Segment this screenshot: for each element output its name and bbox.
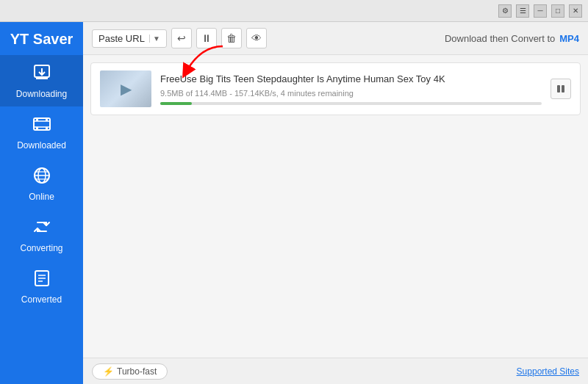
- thumbnail-inner: ▶: [100, 70, 151, 107]
- menu-icon[interactable]: ☰: [516, 4, 529, 18]
- sidebar-label-converting: Converting: [20, 243, 62, 253]
- sidebar-label-online: Online: [29, 192, 54, 202]
- svg-rect-8: [36, 127, 38, 129]
- paste-url-label: Paste URL: [98, 33, 145, 44]
- sidebar-label-converted: Converted: [21, 294, 62, 305]
- sidebar-item-online[interactable]: Online: [0, 158, 83, 209]
- item-pause-button[interactable]: [551, 79, 571, 99]
- title-bar-controls: ⚙ ☰ ─ □ ✕: [498, 4, 582, 18]
- svg-rect-7: [46, 119, 48, 121]
- bottom-bar: ⚡ Turbo-fast Supported Sites: [83, 358, 588, 384]
- svg-rect-6: [36, 119, 38, 121]
- maximize-icon[interactable]: □: [551, 4, 564, 18]
- toolbar-left: Paste URL ▼ ↩ ⏸ 🗑 👁: [92, 28, 267, 48]
- download-meta: 9.5MB of 114.4MB - 157.14KB/s, 4 minutes…: [160, 89, 542, 98]
- sidebar-item-converted[interactable]: Converted: [0, 261, 83, 312]
- turbo-icon: ⚡: [103, 366, 114, 377]
- sidebar-label-downloaded: Downloaded: [17, 140, 66, 151]
- settings-icon[interactable]: ⚙: [498, 4, 512, 18]
- preview-button[interactable]: 👁: [246, 28, 267, 48]
- thumbnail: ▶: [100, 70, 151, 107]
- app-title: YT Saver: [0, 22, 83, 55]
- turbo-label: Turbo-fast: [117, 366, 157, 377]
- turbo-button[interactable]: ⚡ Turbo-fast: [92, 363, 168, 380]
- download-convert-text: Download then Convert to: [445, 33, 555, 44]
- close-icon[interactable]: ✕: [569, 4, 582, 18]
- progress-bar-fill: [160, 102, 192, 105]
- sidebar-item-downloading[interactable]: Downloading: [0, 55, 83, 106]
- download-icon: [32, 62, 52, 86]
- app-layout: YT Saver Downloading: [0, 22, 588, 384]
- dropdown-arrow-icon: ▼: [149, 35, 160, 43]
- sidebar-item-converting[interactable]: Converting: [0, 209, 83, 261]
- minimize-icon[interactable]: ─: [534, 4, 547, 18]
- supported-sites-link[interactable]: Supported Sites: [517, 366, 579, 377]
- toolbar: Paste URL ▼ ↩ ⏸ 🗑 👁: [83, 22, 588, 55]
- progress-bar-container: [160, 102, 542, 105]
- download-info: FreeUse Big Tits Teen Stepdaughter Is An…: [160, 73, 542, 105]
- convert-icon: [32, 217, 52, 240]
- download-title: FreeUse Big Tits Teen Stepdaughter Is An…: [160, 73, 542, 84]
- paste-url-button[interactable]: Paste URL ▼: [92, 29, 167, 48]
- svg-rect-20: [562, 85, 564, 93]
- download-list: ▶ FreeUse Big Tits Teen Stepdaughter Is …: [83, 55, 588, 358]
- sidebar-item-downloaded[interactable]: Downloaded: [0, 106, 83, 158]
- converted-icon: [32, 268, 52, 291]
- thumbnail-icon: ▶: [121, 80, 132, 98]
- delete-button[interactable]: 🗑: [221, 28, 242, 48]
- sidebar: YT Saver Downloading: [0, 22, 83, 384]
- download-item: ▶ FreeUse Big Tits Teen Stepdaughter Is …: [90, 62, 581, 115]
- convert-format-link[interactable]: MP4: [559, 33, 579, 44]
- undo-button[interactable]: ↩: [171, 28, 192, 48]
- title-bar: ⚙ ☰ ─ □ ✕: [0, 0, 588, 22]
- film-icon: [32, 114, 52, 137]
- sidebar-label-downloading: Downloading: [16, 89, 67, 99]
- globe-icon: [32, 165, 52, 189]
- content-area: Paste URL ▼ ↩ ⏸ 🗑 👁: [83, 22, 588, 384]
- svg-rect-19: [557, 85, 560, 93]
- toolbar-right: Download then Convert to MP4: [445, 33, 579, 44]
- pause-all-button[interactable]: ⏸: [196, 28, 217, 48]
- svg-rect-9: [46, 127, 48, 129]
